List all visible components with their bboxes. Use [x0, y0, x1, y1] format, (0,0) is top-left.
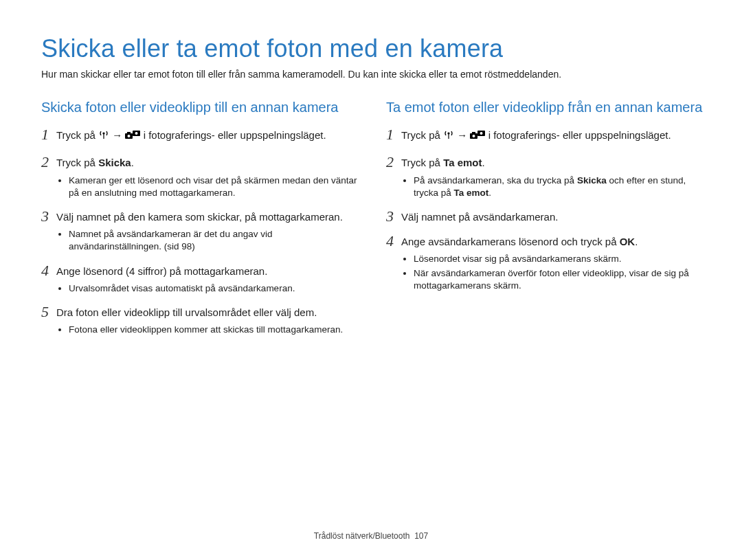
bold-label: Ta emot: [454, 188, 489, 198]
left-heading: Skicka foton eller videoklipp till en an…: [41, 99, 359, 116]
step-number: 1: [386, 127, 401, 142]
camera-share-icon: [125, 130, 140, 144]
svg-point-10: [473, 135, 475, 137]
left-step-2: 2 Tryck på Skicka.: [41, 155, 359, 170]
text-fragment: .: [635, 236, 638, 247]
svg-point-6: [135, 132, 138, 135]
right-step-2: 2 Tryck på Ta emot.: [386, 155, 704, 170]
svg-rect-1: [104, 133, 104, 139]
list-item: Lösenordet visar sig på avsändarkamerans…: [414, 253, 704, 265]
list-item: På avsändarkameran, ska du trycka på Ski…: [414, 175, 704, 199]
left-step-3-bullets: Namnet på avsändarkameran är det du anga…: [41, 228, 359, 253]
step-text: Tryck på Ta emot.: [401, 155, 485, 170]
left-column: Skicka foton eller videoklipp till en an…: [41, 99, 359, 346]
step-number: 2: [41, 155, 56, 170]
step-text: Tryck på Skicka.: [56, 155, 134, 170]
step-number: 3: [41, 209, 56, 224]
text-fragment: i fotograferings- eller uppspelningsläge…: [488, 129, 671, 141]
antenna-icon: [443, 129, 454, 144]
page-title: Skicka eller ta emot foton med en kamera: [41, 34, 704, 63]
footer-section: Trådlöst nätverk/Bluetooth: [314, 531, 410, 541]
list-item: Kameran ger ett lösenord och visar det p…: [69, 175, 359, 199]
step-number: 4: [386, 234, 401, 249]
step-text: Ange avsändarkamerans lösenord och tryck…: [401, 234, 638, 249]
step-number: 5: [41, 304, 56, 320]
left-step-4: 4 Ange lösenord (4 siffror) på mottagark…: [41, 263, 359, 278]
step-number: 4: [41, 263, 56, 278]
text-fragment: i fotograferings- eller uppspelningsläge…: [144, 129, 326, 141]
right-step-2-bullets: På avsändarkameran, ska du trycka på Ski…: [386, 175, 704, 199]
bold-label: Skicka: [577, 175, 607, 186]
step-number: 3: [386, 209, 401, 224]
svg-rect-8: [449, 133, 449, 139]
arrow-icon: →: [112, 129, 122, 141]
camera-share-icon: [470, 130, 485, 144]
text-fragment: På avsändarkameran, ska du trycka på: [414, 175, 577, 186]
list-item: När avsändarkameran överför foton eller …: [414, 267, 704, 292]
step-text: Tryck på → i fotograferings- eller uppsp…: [56, 127, 326, 144]
text-fragment: Tryck på: [56, 157, 98, 168]
step-text: Välj namnet på den kamera som skickar, p…: [56, 209, 343, 224]
svg-point-3: [128, 135, 131, 137]
left-step-2-bullets: Kameran ger ett lösenord och visar det p…: [41, 175, 359, 199]
list-item: Urvalsområdet visas automatiskt på avsän…: [69, 282, 359, 295]
right-step-1: 1 Tryck på → i fotograferings- eller upp…: [386, 127, 704, 144]
right-column: Ta emot foton eller videoklipp från en a…: [386, 99, 704, 346]
left-step-3: 3 Välj namnet på den kamera som skickar,…: [41, 209, 359, 224]
right-step-4-bullets: Lösenordet visar sig på avsändarkamerans…: [386, 253, 704, 292]
list-item: Fotona eller videoklippen kommer att ski…: [69, 324, 359, 336]
antenna-icon: [98, 129, 109, 144]
text-fragment: .: [482, 157, 485, 168]
left-step-1: 1 Tryck på → i fotograferings- eller upp…: [41, 127, 359, 144]
page: Skicka eller ta emot foton med en kamera…: [0, 0, 742, 346]
step-text: Tryck på → i fotograferings- eller uppsp…: [401, 127, 671, 144]
left-step-5: 5 Dra foton eller videoklipp till urvals…: [41, 304, 359, 320]
left-step-5-bullets: Fotona eller videoklippen kommer att ski…: [41, 324, 359, 336]
two-column-layout: Skicka foton eller videoklipp till en an…: [41, 99, 704, 346]
page-footer: Trådlöst nätverk/Bluetooth 107: [0, 531, 742, 541]
right-step-3: 3 Välj namnet på avsändarkameran.: [386, 209, 704, 224]
left-step-4-bullets: Urvalsområdet visas automatiskt på avsän…: [41, 282, 359, 295]
text-fragment: Ange avsändarkamerans lösenord och tryck…: [401, 236, 620, 247]
bold-label: OK: [620, 236, 636, 247]
text-fragment: Tryck på: [401, 157, 443, 168]
intro-text: Hur man skickar eller tar emot foton til…: [41, 69, 704, 80]
right-heading: Ta emot foton eller videoklipp från en a…: [386, 99, 704, 116]
svg-point-13: [480, 132, 483, 135]
text-fragment: .: [488, 188, 491, 198]
step-text: Dra foton eller videoklipp till urvalsom…: [56, 304, 317, 320]
arrow-icon: →: [457, 129, 467, 141]
list-item: Namnet på avsändarkameran är det du anga…: [69, 228, 359, 253]
bold-label: Ta emot: [443, 157, 482, 168]
step-text: Välj namnet på avsändarkameran.: [401, 209, 558, 224]
step-text: Ange lösenord (4 siffror) på mottagarkam…: [56, 263, 267, 278]
text-fragment: .: [131, 157, 134, 168]
text-fragment: Tryck på: [401, 129, 443, 141]
step-number: 1: [41, 127, 56, 142]
step-number: 2: [386, 155, 401, 170]
svg-rect-11: [472, 132, 475, 134]
bold-label: Skicka: [98, 157, 131, 168]
svg-rect-4: [127, 132, 131, 134]
right-step-4: 4 Ange avsändarkamerans lösenord och try…: [386, 234, 704, 249]
text-fragment: Tryck på: [56, 129, 98, 141]
footer-page-number: 107: [414, 531, 428, 541]
